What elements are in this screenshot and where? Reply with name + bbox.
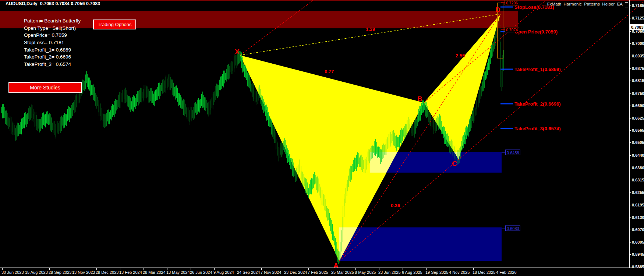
fib-ratio-label: 1.39 (366, 26, 375, 32)
date-axis-label: 6 Aug 2025 (402, 270, 422, 275)
price-axis-label: 0.6195 (632, 203, 644, 207)
price-tag-value: 0.7206 (506, 1, 518, 5)
info-line-take-profit2: TakeProfit_2= 0.6696 (24, 54, 71, 60)
more-studies-button[interactable]: More Studies (8, 82, 82, 93)
price-axis-label: 0.6130 (632, 215, 644, 220)
fib-ratio-label: 2.55 (456, 53, 465, 59)
price-axis-label: 0.6380 (632, 166, 644, 170)
price-axis-label: 0.7185 (632, 3, 644, 8)
pattern-point-letter: B (417, 95, 422, 103)
trade-level-label: TakeProfit_1(0.6869) (514, 67, 561, 72)
date-axis-label: 9 Aug 2024 (213, 270, 234, 275)
date-axis-label: 19 Sep 2025 (425, 270, 448, 275)
date-axis-label: 18 Dec 2025 (473, 270, 495, 275)
pattern-point-letter: D (495, 6, 500, 14)
date-axis-label: 23 Jun 2025 (378, 270, 401, 275)
info-line-take-profit3: TakeProfit_3= 0.6574 (24, 61, 71, 67)
date-axis-label: 13 Feb 2024 (119, 270, 142, 275)
price-axis-label: 0.6315 (632, 178, 644, 182)
price-axis-label: 0.6070 (632, 227, 644, 232)
date-axis-label: 25 Mar 2025 (331, 270, 354, 275)
info-line-open-price: OpenPrice= 0.7059 (24, 32, 67, 38)
current-price-value: 0.7083 (631, 25, 644, 29)
price-axis-label: 0.7125 (632, 16, 644, 20)
date-axis-label: 13 May 2024 (166, 270, 190, 275)
date-axis-label: 24 Sep 2024 (237, 270, 260, 275)
price-axis-label: 0.6565 (632, 128, 644, 132)
trade-level-label: TakeProfit_3(0.6574) (514, 126, 561, 131)
price-axis-label: 0.6935 (632, 54, 644, 58)
chart-symbol-title: AUDUSD,Daily 0.7063 0.7084 0.7056 0.7083 (6, 1, 100, 6)
price-chart[interactable]: StopLoss(0.7181)Open Price(0.7059)TakePr… (0, 0, 644, 276)
date-axis-label: 26 Jun 2024 (190, 270, 212, 275)
pattern-point-letter: C (452, 160, 457, 167)
trading-options-button[interactable]: Trading Options (93, 20, 136, 29)
date-axis-label: 15 Aug 2023 (25, 270, 48, 275)
fib-ratio-label: 0.77 (325, 69, 334, 74)
date-axis-label: 28 Mar 2024 (143, 270, 166, 275)
price-axis-label: 0.6875 (632, 66, 644, 71)
info-line-take-profit1: TakeProfit_1= 0.6869 (24, 47, 71, 53)
target-zone-lower (339, 227, 502, 261)
info-line-pattern: Pattern= Bearish Butterfly (24, 18, 81, 24)
ea-name-label: FxMath_Harmonic_Patterns_Helper_EA (547, 2, 623, 6)
zone-tag-value: 0.6083 (507, 226, 519, 231)
one-click-trading-icon[interactable] (625, 2, 628, 7)
price-axis-label: 0.7000 (632, 41, 644, 46)
price-tag-value: 0.7074 (506, 28, 518, 32)
pattern-point-letter: X (235, 48, 240, 56)
date-axis-label: 13 Nov 2023 (72, 270, 95, 275)
info-line-open-type: Open Type= Sell(Short) (24, 25, 76, 31)
price-axis-label: 0.5885 (632, 265, 644, 269)
price-axis-label: 0.6005 (632, 240, 644, 244)
date-axis-label: 28 Sep 2023 (49, 270, 71, 275)
price-axis-label: 0.6255 (632, 190, 644, 195)
fib-ratio-label: 0.36 (391, 203, 400, 208)
price-axis-label: 0.6625 (632, 116, 644, 120)
price-axis-label: 0.6815 (632, 78, 644, 83)
pattern-point-letter: A (333, 262, 339, 269)
price-axis-label: 0.5945 (632, 252, 644, 256)
date-axis-label: 28 Dec 2023 (96, 270, 118, 275)
trade-level-label: Open Price(0.7059) (514, 29, 558, 35)
date-axis-label: 7 Nov 2024 (261, 270, 281, 275)
date-axis-label: 4 Feb 2026 (496, 270, 517, 275)
price-axis-label: 0.6690 (632, 103, 644, 108)
price-axis-label: 0.6750 (632, 91, 644, 96)
mt4-chart-window: StopLoss(0.7181)Open Price(0.7059)TakePr… (0, 0, 644, 276)
date-axis-label: 23 Dec 2024 (284, 270, 307, 275)
info-line-stop-loss: StopLoss= 0.7181 (24, 40, 64, 45)
date-axis-label: 4 Nov 2025 (449, 270, 470, 275)
date-axis-label: 8 May 2025 (355, 270, 376, 275)
zone-tag-value: 0.6458 (507, 151, 519, 155)
date-axis-label: 7 Feb 2025 (308, 270, 328, 275)
date-axis-label: 30 Jun 2023 (1, 270, 24, 275)
price-axis-label: 0.6505 (632, 140, 644, 145)
price-axis-label: 0.6440 (632, 153, 644, 158)
trade-level-label: TakeProfit_2(0.6696) (514, 101, 561, 107)
